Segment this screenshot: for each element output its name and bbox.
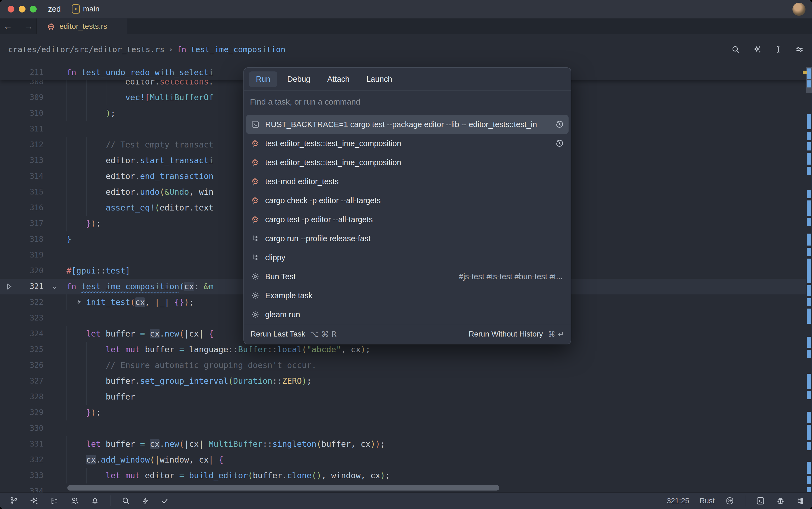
task-row[interactable]: test editor_tests::test_ime_composition bbox=[246, 134, 568, 153]
branch-icon bbox=[72, 4, 80, 13]
avatar[interactable] bbox=[792, 3, 806, 16]
code-text: let mut editor = build_editor(buffer.clo… bbox=[67, 468, 390, 483]
code-text: #[gpui::test] bbox=[67, 263, 130, 279]
line-number: 310 bbox=[0, 105, 43, 121]
task-tab-run[interactable]: Run bbox=[249, 71, 278, 87]
scrollbar-match-mark bbox=[807, 142, 811, 150]
ferris-icon bbox=[251, 177, 260, 186]
rust-file-icon bbox=[46, 22, 56, 31]
diagnostics-search-icon[interactable] bbox=[121, 496, 131, 506]
back-button[interactable]: ← bbox=[3, 22, 12, 31]
terminal-panel-icon[interactable] bbox=[755, 496, 765, 506]
code-text: }); bbox=[67, 405, 101, 420]
breadcrumb-separator: › bbox=[168, 45, 173, 54]
task-row[interactable]: Bun Test#js-test #ts-test #bun-test #t..… bbox=[246, 267, 568, 286]
scrollbar-match-mark bbox=[807, 68, 811, 79]
horizontal-scrollbar[interactable] bbox=[67, 485, 500, 490]
rerun-without-history-button[interactable]: Rerun Without History bbox=[469, 330, 543, 338]
task-row[interactable]: clippy bbox=[246, 248, 568, 267]
code-text: editor.undo(&Undo, win bbox=[67, 184, 214, 200]
rerun-last-task-shortcut: ⌥ ⌘ R bbox=[310, 330, 337, 339]
scrollbar-match-mark bbox=[807, 337, 811, 348]
code-line-333[interactable]: 333 let mut editor = build_editor(buffer… bbox=[0, 468, 806, 483]
inline-assist-sparkle-icon[interactable] bbox=[752, 44, 762, 54]
code-line-332[interactable]: 332 cx.add_window(|window, cx| { bbox=[0, 452, 806, 468]
code-line-330[interactable]: 330 bbox=[0, 420, 806, 436]
task-row[interactable]: cargo test -p editor --all-targets bbox=[246, 210, 568, 229]
code-text: editor.start_transacti bbox=[67, 152, 214, 168]
scrollbar-match-mark bbox=[807, 309, 811, 324]
scrollbar-match-mark bbox=[807, 218, 811, 226]
collab-users-icon[interactable] bbox=[70, 496, 80, 506]
cursor-position[interactable]: 321:25 bbox=[667, 497, 689, 505]
task-tab-attach[interactable]: Attach bbox=[320, 71, 357, 87]
code-line-331[interactable]: 331 let buffer = cx.new(|cx| MultiBuffer… bbox=[0, 436, 806, 452]
tab-bar: ← → editor_tests.rs bbox=[0, 19, 812, 34]
debug-panel-bug-icon[interactable] bbox=[776, 496, 785, 506]
task-search-row[interactable]: Find a task, or run a command bbox=[244, 91, 571, 113]
task-row[interactable]: test-mod editor_tests bbox=[246, 172, 568, 191]
line-number: 309 bbox=[0, 90, 43, 105]
code-text: init_test(cx, |_| {}); bbox=[67, 295, 194, 310]
code-text: ); bbox=[67, 105, 116, 121]
task-tab-launch[interactable]: Launch bbox=[359, 71, 399, 87]
runnables-zap-icon[interactable] bbox=[141, 496, 150, 506]
code-text: fn test_ime_composition(cx: &m bbox=[67, 279, 214, 295]
task-row[interactable]: test editor_tests::test_ime_composition bbox=[246, 153, 568, 172]
scrollbar-match-mark bbox=[807, 200, 811, 216]
task-tab-debug[interactable]: Debug bbox=[280, 71, 317, 87]
code-line-327[interactable]: 327 buffer.set_group_interval(Duration::… bbox=[0, 373, 806, 389]
task-label: Example task bbox=[265, 291, 564, 300]
task-row[interactable]: cargo check -p editor --all-targets bbox=[246, 191, 568, 210]
task-label: RUST_BACKTRACE=1 cargo test --package ed… bbox=[265, 120, 550, 129]
scrollbar-match-mark bbox=[807, 391, 811, 399]
line-number: 323 bbox=[0, 310, 43, 326]
scrollbar-match-mark bbox=[807, 114, 811, 129]
minimize-window-button[interactable] bbox=[19, 6, 26, 12]
git-branch-selector[interactable]: main bbox=[72, 4, 100, 13]
code-line-326[interactable]: 326 // Ensure automatic grouping doesn't… bbox=[0, 358, 806, 373]
code-line-329[interactable]: 329 }); bbox=[0, 405, 806, 420]
vertical-scrollbar[interactable] bbox=[806, 65, 812, 493]
task-search-input[interactable]: Find a task, or run a command bbox=[250, 97, 360, 106]
forward-button[interactable]: → bbox=[24, 22, 33, 31]
tab-editor-tests[interactable]: editor_tests.rs bbox=[37, 19, 127, 34]
task-row[interactable]: Example task bbox=[246, 286, 568, 305]
zoom-window-button[interactable] bbox=[30, 6, 37, 12]
scrollbar-match-mark bbox=[807, 132, 811, 140]
line-number: 320 bbox=[0, 263, 43, 279]
rerun-last-task-button[interactable]: Rerun Last Task bbox=[251, 330, 305, 338]
copilot-icon[interactable] bbox=[725, 496, 735, 506]
scrollbar-match-mark bbox=[807, 442, 811, 450]
code-line-328[interactable]: 328 buffer bbox=[0, 389, 806, 405]
diagnostics-check-icon[interactable] bbox=[160, 497, 169, 505]
run-test-play-icon[interactable] bbox=[5, 282, 13, 291]
tree-icon bbox=[251, 234, 260, 243]
line-number: 312 bbox=[0, 137, 43, 152]
task-label: Bun Test bbox=[265, 272, 454, 281]
status-bar: 321:25 Rust bbox=[0, 493, 812, 509]
app-title: zed bbox=[48, 5, 61, 13]
code-text: } bbox=[67, 231, 71, 247]
line-number: 311 bbox=[0, 121, 43, 137]
outline-panel-icon[interactable] bbox=[50, 496, 59, 506]
notifications-bell-icon[interactable] bbox=[90, 496, 99, 506]
language-selector[interactable]: Rust bbox=[699, 497, 714, 505]
scrollbar-match-mark bbox=[807, 462, 811, 474]
fold-chevron-icon[interactable] bbox=[51, 284, 58, 291]
task-row[interactable]: gleam run bbox=[246, 305, 568, 324]
breadcrumb[interactable]: crates/editor/src/editor_tests.rs › fn t… bbox=[0, 34, 812, 65]
text-cursor-icon[interactable] bbox=[774, 45, 783, 54]
scrollbar-match-mark bbox=[807, 374, 811, 389]
editor-controls-sliders-icon[interactable] bbox=[795, 45, 804, 54]
assistant-sparkle-icon[interactable] bbox=[29, 496, 39, 506]
close-window-button[interactable] bbox=[8, 6, 14, 12]
line-number: 211 bbox=[0, 65, 43, 80]
task-row[interactable]: RUST_BACKTRACE=1 cargo test --package ed… bbox=[246, 115, 568, 134]
search-icon[interactable] bbox=[731, 45, 740, 54]
project-panel-tree-icon[interactable] bbox=[796, 496, 805, 506]
git-branch-icon[interactable] bbox=[9, 496, 19, 506]
breadcrumb-fn-keyword: fn bbox=[177, 45, 186, 54]
task-row[interactable]: cargo run --profile release-fast bbox=[246, 229, 568, 248]
scrollbar-match-mark bbox=[807, 248, 811, 256]
